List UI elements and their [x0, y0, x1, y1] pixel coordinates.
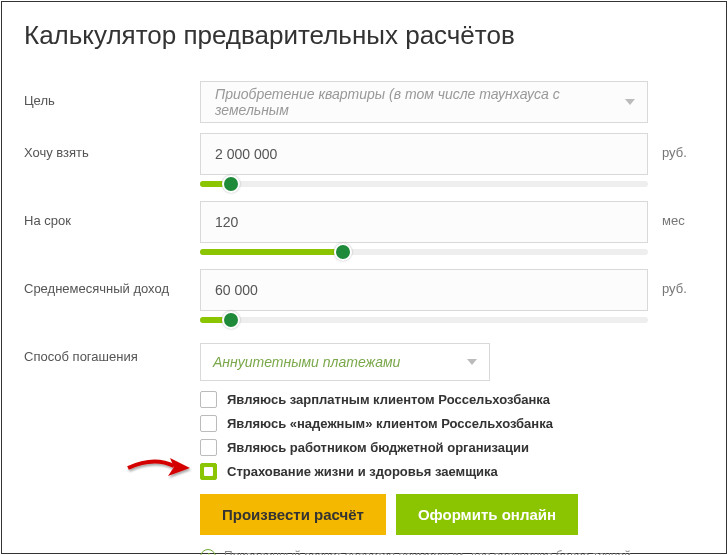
check-reliable-client-label: Являюсь «надежным» клиентом Россельхозба…: [227, 416, 553, 431]
apply-online-button[interactable]: Оформить онлайн: [396, 494, 578, 535]
page-title: Калькулятор предварительных расчётов: [24, 20, 704, 51]
term-slider-fill: [200, 249, 343, 255]
check-salary-client-label: Являюсь зарплатным клиентом Россельхозба…: [227, 392, 550, 407]
check-insurance-label: Страхование жизни и здоровья заемщика: [227, 464, 498, 479]
income-unit: руб.: [648, 269, 704, 296]
check-salary-client[interactable]: Являюсь зарплатным клиентом Россельхозба…: [200, 391, 648, 408]
term-unit: мес: [648, 201, 704, 228]
amount-label: Хочу взять: [24, 133, 200, 160]
check-reliable-client[interactable]: Являюсь «надежным» клиентом Россельхозба…: [200, 415, 648, 432]
term-label: На срок: [24, 201, 200, 228]
info-icon: i: [200, 549, 216, 555]
goal-select[interactable]: Приобретение квартиры (в том числе таунх…: [200, 81, 648, 123]
check-budget-worker[interactable]: Являюсь работником бюджетной организации: [200, 439, 648, 456]
income-label: Среднемесячный доход: [24, 269, 200, 296]
note-text: Приведенный расчет является примерным, д…: [224, 547, 648, 555]
chevron-down-icon: [467, 359, 477, 365]
method-select[interactable]: Аннуитетными платежами: [200, 343, 490, 381]
check-insurance[interactable]: Страхование жизни и здоровья заемщика: [200, 463, 648, 480]
amount-slider[interactable]: [200, 181, 648, 187]
goal-select-value: Приобретение квартиры (в том числе таунх…: [215, 86, 611, 118]
term-slider[interactable]: [200, 249, 648, 255]
amount-input[interactable]: 2 000 000: [200, 133, 648, 175]
checkbox-icon: [200, 415, 217, 432]
check-budget-worker-label: Являюсь работником бюджетной организации: [227, 440, 529, 455]
amount-value: 2 000 000: [215, 146, 277, 162]
term-value: 120: [215, 214, 238, 230]
checkbox-icon: [200, 439, 217, 456]
income-slider[interactable]: [200, 317, 648, 323]
chevron-down-icon: [625, 99, 635, 105]
term-input[interactable]: 120: [200, 201, 648, 243]
income-value: 60 000: [215, 282, 258, 298]
calculate-button[interactable]: Произвести расчёт: [200, 494, 386, 535]
income-input[interactable]: 60 000: [200, 269, 648, 311]
amount-unit: руб.: [648, 133, 704, 160]
checkbox-icon: [200, 463, 217, 480]
method-select-value: Аннуитетными платежами: [213, 354, 400, 370]
amount-slider-thumb[interactable]: [222, 175, 240, 193]
goal-label: Цель: [24, 81, 200, 108]
method-label: Способ погашения: [24, 337, 200, 364]
income-slider-thumb[interactable]: [222, 311, 240, 329]
checkbox-icon: [200, 391, 217, 408]
term-slider-thumb[interactable]: [334, 243, 352, 261]
